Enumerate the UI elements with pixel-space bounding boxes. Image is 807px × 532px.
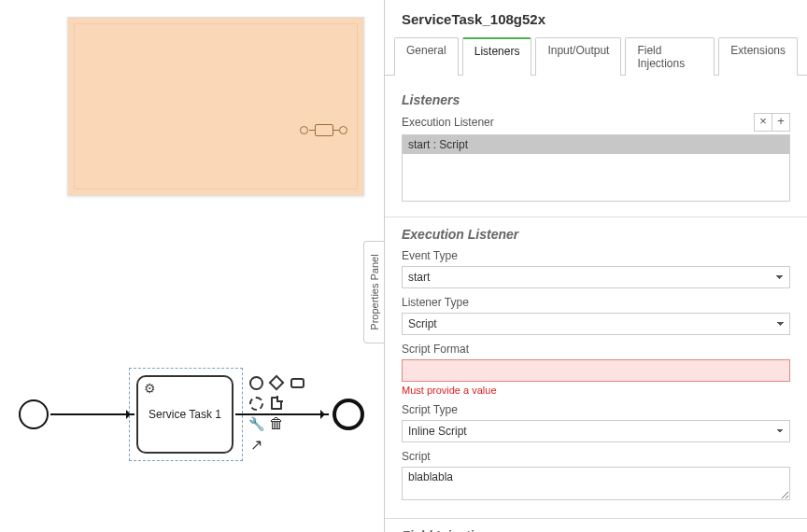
panel-body: Listeners Execution Listener × + start :… bbox=[385, 76, 807, 532]
properties-panel-toggle[interactable]: Properties Panel bbox=[363, 241, 384, 343]
script-type-select[interactable]: Inline Script bbox=[402, 420, 790, 442]
start-event[interactable] bbox=[19, 399, 49, 429]
minimap-viewport bbox=[74, 23, 358, 189]
connect-icon[interactable]: ↗ bbox=[247, 435, 265, 454]
panel-handle-label: Properties Panel bbox=[369, 254, 380, 329]
listeners-heading: Listeners bbox=[402, 92, 790, 107]
panel-title: ServiceTask_108g52x bbox=[385, 0, 807, 36]
spacer bbox=[288, 394, 306, 413]
script-label: Script bbox=[402, 450, 790, 463]
tab-extensions[interactable]: Extensions bbox=[718, 37, 798, 76]
script-type-label: Script Type bbox=[402, 403, 790, 416]
script-format-error: Must provide a value bbox=[402, 385, 790, 396]
wrench-icon[interactable]: 🔧 bbox=[247, 414, 265, 433]
properties-panel: ServiceTask_108g52x General Listeners In… bbox=[384, 0, 807, 532]
task-label: Service Task 1 bbox=[149, 408, 221, 421]
tab-listeners[interactable]: Listeners bbox=[462, 37, 532, 76]
script-textarea[interactable]: blablabla bbox=[402, 467, 790, 500]
script-format-input[interactable] bbox=[402, 359, 790, 382]
append-end-event-icon[interactable] bbox=[247, 373, 265, 392]
context-pad: 🔧 🗑 ↗ bbox=[247, 373, 303, 454]
execution-listener-label: Execution Listener bbox=[402, 116, 494, 129]
list-item[interactable]: start : Script bbox=[403, 135, 789, 154]
event-type-select[interactable]: start bbox=[402, 266, 790, 288]
execution-listener-list-header: Execution Listener × + bbox=[402, 113, 790, 132]
gear-icon: ⚙ bbox=[144, 381, 156, 396]
tab-field-injections[interactable]: Field Injections bbox=[625, 37, 715, 76]
execution-listener-heading: Execution Listener bbox=[402, 227, 790, 242]
append-intermediate-event-icon[interactable] bbox=[247, 394, 265, 413]
append-task-icon[interactable] bbox=[288, 373, 306, 392]
tabs: General Listeners Input/Output Field Inj… bbox=[385, 36, 807, 76]
field-injection-heading: Field Injection bbox=[402, 528, 790, 532]
service-task[interactable]: ⚙ Service Task 1 bbox=[136, 375, 234, 454]
trash-icon[interactable]: 🗑 bbox=[267, 414, 286, 433]
script-format-label: Script Format bbox=[402, 343, 790, 356]
remove-listener-button[interactable]: × bbox=[754, 113, 772, 132]
bpmn-diagram[interactable]: ⚙ Service Task 1 🔧 🗑 ↗ bbox=[6, 355, 379, 523]
spacer bbox=[288, 414, 306, 433]
annotation-icon[interactable] bbox=[267, 394, 286, 413]
listener-type-select[interactable]: Script bbox=[402, 313, 790, 335]
minimap[interactable] bbox=[67, 17, 364, 196]
listener-type-label: Listener Type bbox=[402, 296, 790, 309]
append-gateway-icon[interactable] bbox=[267, 373, 286, 392]
event-type-label: Event Type bbox=[402, 249, 790, 262]
tab-input-output[interactable]: Input/Output bbox=[535, 37, 621, 76]
add-listener-button[interactable]: + bbox=[772, 113, 790, 132]
sequence-flow[interactable] bbox=[50, 413, 134, 415]
tab-general[interactable]: General bbox=[394, 37, 459, 76]
execution-listener-list[interactable]: start : Script bbox=[402, 134, 790, 202]
canvas-pane: ⚙ Service Task 1 🔧 🗑 ↗ Properties Panel bbox=[0, 0, 383, 532]
end-event[interactable] bbox=[333, 399, 364, 430]
